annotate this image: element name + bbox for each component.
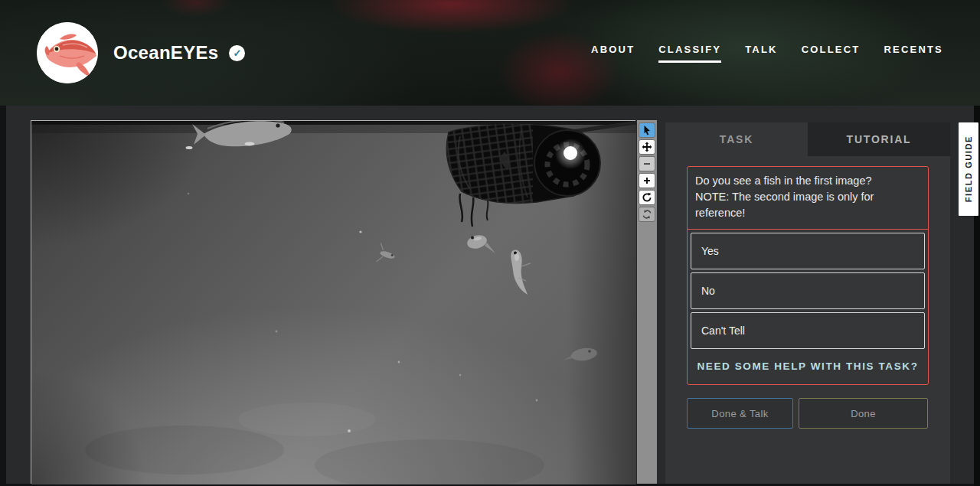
project-title: OceanEYEs xyxy=(113,42,218,64)
pan-tool-button[interactable] xyxy=(639,139,655,155)
main-nav: ABOUT CLASSIFY TALK COLLECT RECENTS xyxy=(591,44,943,63)
done-and-talk-button[interactable]: Done & Talk xyxy=(687,398,793,429)
classify-main-area: TASK TUTORIAL Do you see a fish in the f… xyxy=(6,106,974,484)
select-tool-button[interactable] xyxy=(639,122,655,138)
project-avatar xyxy=(37,22,98,83)
reset-icon xyxy=(642,209,652,220)
project-brand-link[interactable]: OceanEYEs ✓ xyxy=(37,22,245,83)
verified-badge-icon: ✓ xyxy=(229,45,245,61)
project-header: OceanEYEs ✓ ABOUT CLASSIFY TALK COLLECT … xyxy=(0,0,980,106)
field-guide-label: FIELD GUIDE xyxy=(964,135,973,202)
move-icon xyxy=(642,142,652,152)
question-line-1: Do you see a fish in the first image? xyxy=(695,173,920,189)
question-line-2: NOTE: The second image is only for refer… xyxy=(695,189,920,221)
need-help-link[interactable]: NEED SOME HELP WITH THIS TASK? xyxy=(688,349,928,384)
subject-image[interactable] xyxy=(31,120,635,484)
rotate-icon xyxy=(642,192,652,203)
tab-tutorial[interactable]: TUTORIAL xyxy=(808,122,950,156)
task-question: Do you see a fish in the first image? NO… xyxy=(688,167,928,230)
minus-icon xyxy=(642,158,652,169)
task-panel: TASK TUTORIAL Do you see a fish in the f… xyxy=(665,122,950,484)
zoom-out-button[interactable] xyxy=(639,156,655,171)
cursor-icon xyxy=(642,125,652,135)
rotate-tool-button[interactable] xyxy=(639,190,655,205)
reset-view-button[interactable] xyxy=(639,207,655,222)
plus-icon xyxy=(642,175,652,186)
underwater-scene xyxy=(31,121,636,484)
task-actions: Done & Talk Done xyxy=(687,398,929,429)
nav-item-recents[interactable]: RECENTS xyxy=(884,44,943,63)
tab-task[interactable]: TASK xyxy=(665,122,808,156)
nav-item-classify[interactable]: CLASSIFY xyxy=(658,44,721,63)
answer-cant-tell-button[interactable]: Can't Tell xyxy=(691,312,925,349)
answer-yes-button[interactable]: Yes xyxy=(691,233,925,269)
red-snapper-illustration xyxy=(37,22,98,83)
image-toolbar xyxy=(637,120,657,484)
answer-no-button[interactable]: No xyxy=(691,272,925,309)
panel-tabs: TASK TUTORIAL xyxy=(665,122,950,156)
zoom-in-button[interactable] xyxy=(639,173,655,188)
oceaneyes-classify-page: OceanEYEs ✓ ABOUT CLASSIFY TALK COLLECT … xyxy=(0,0,980,486)
nav-item-talk[interactable]: TALK xyxy=(745,44,778,63)
nav-item-about[interactable]: ABOUT xyxy=(591,44,635,63)
task-question-group: Do you see a fish in the first image? NO… xyxy=(687,166,929,385)
field-guide-tab[interactable]: FIELD GUIDE xyxy=(959,122,978,216)
nav-item-collect[interactable]: COLLECT xyxy=(802,44,861,63)
done-button[interactable]: Done xyxy=(799,398,928,429)
